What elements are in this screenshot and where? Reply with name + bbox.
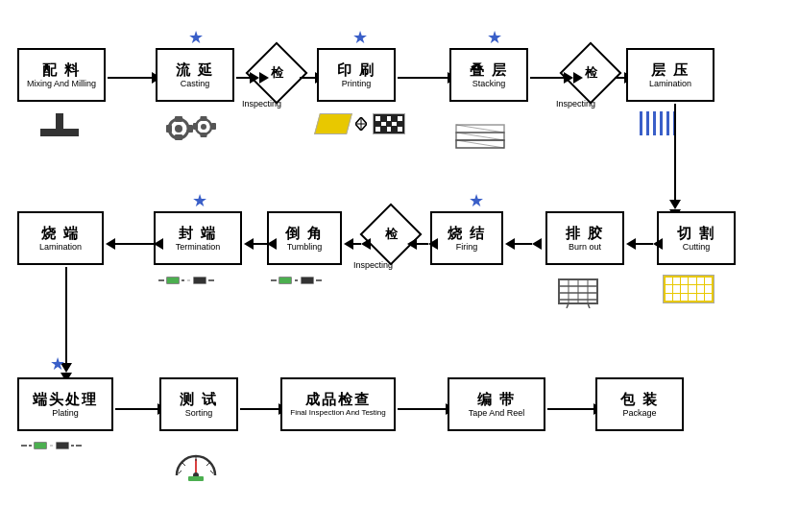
mixing-en: Mixing And Milling [27, 79, 96, 89]
termination-box: 封 端 Termination [154, 211, 242, 265]
final-cn: 成品检查 [305, 391, 371, 408]
package-cn: 包 装 [620, 391, 659, 408]
stacking-en: Stacking [472, 79, 506, 89]
mixing-icon [40, 113, 79, 136]
star-stacking: ★ [487, 27, 502, 48]
svg-rect-11 [211, 123, 216, 130]
lamination2-box: 烧 端 Lamination [17, 211, 104, 265]
svg-rect-4 [166, 125, 172, 133]
mixing-cn: 配 料 [42, 61, 81, 79]
tape-en: Tape And Reel [469, 408, 525, 419]
svg-point-7 [201, 124, 206, 130]
star-printing: ★ [352, 27, 368, 48]
svg-point-1 [175, 125, 182, 133]
burnout-en: Burn out [569, 242, 601, 253]
lamination2-en: Lamination [39, 242, 82, 253]
star-firing: ★ [469, 190, 484, 211]
inspect-label-3: Inspecting [353, 260, 393, 270]
stacking-icon [451, 113, 509, 156]
termination-en: Termination [176, 242, 221, 253]
process-diagram: 配 料 Mixing And Milling 流 延 Casting 检 Ins… [0, 0, 799, 532]
svg-line-33 [182, 463, 185, 466]
termination-cn: 封 端 [179, 225, 217, 242]
casting-box: 流 延 Casting [156, 48, 234, 102]
arrow-termination-lam2 [106, 238, 163, 250]
printing-icon [317, 113, 405, 134]
arrow-inspect3-tumbling [344, 238, 371, 250]
termination-icon [158, 277, 214, 284]
tape-cn: 编 带 [477, 391, 516, 408]
package-box: 包 装 Package [595, 377, 684, 431]
cutting-en: Cutting [683, 242, 711, 253]
svg-line-20 [456, 125, 504, 133]
lamination-en: Lamination [649, 79, 691, 89]
tape-reel-box: 编 带 Tape And Reel [448, 377, 545, 431]
final-en: Final Inspection And Testing [290, 408, 385, 418]
tumbling-cn: 倒 角 [285, 225, 324, 242]
sorting-cn: 测 试 [180, 391, 218, 408]
sorting-box: 测 试 Sorting [159, 377, 238, 431]
svg-line-32 [179, 471, 182, 473]
inspect-label-1: Inspecting [242, 99, 281, 109]
star-plating: ★ [50, 353, 65, 375]
final-inspection-box: 成品检查 Final Inspection And Testing [280, 377, 396, 431]
lamination-box: 层 压 Lamination [626, 48, 714, 102]
svg-line-36 [210, 471, 213, 473]
inspect-diamond-1: 检 [252, 48, 302, 98]
casting-en: Casting [181, 79, 210, 89]
plating-cn: 端头处理 [33, 391, 98, 408]
inspect-label-2: Inspecting [556, 99, 595, 109]
plating-icon [21, 442, 82, 449]
stacking-box: 叠 层 Stacking [449, 48, 528, 102]
arrow-row1-row2 [669, 104, 681, 219]
burnout-icon [549, 275, 607, 312]
svg-line-35 [206, 463, 209, 466]
mixing-box: 配 料 Mixing And Milling [17, 48, 106, 102]
cutting-box: 切 割 Cutting [657, 211, 736, 265]
tumbling-icon [271, 277, 322, 284]
tumbling-box: 倒 角 Tumbling [267, 211, 342, 265]
printing-cn: 印 刷 [337, 61, 375, 79]
firing-box: 烧 结 Firing [430, 211, 503, 265]
lamination-cn: 层 压 [651, 61, 690, 79]
firing-en: Firing [456, 242, 478, 253]
lamination2-cn: 烧 端 [41, 225, 80, 242]
svg-rect-5 [187, 125, 193, 133]
plating-box: 端头处理 Plating [17, 377, 113, 431]
star-casting: ★ [188, 27, 204, 48]
casting-cn: 流 延 [176, 61, 214, 79]
svg-line-18 [456, 140, 504, 148]
svg-line-19 [456, 133, 504, 140]
inspect-diamond-3: 检 [366, 209, 416, 259]
cutting-icon [663, 275, 714, 303]
svg-rect-2 [175, 116, 182, 122]
burnout-cn: 排 胶 [566, 225, 604, 242]
sorting-en: Sorting [185, 408, 213, 419]
printing-box: 印 刷 Printing [317, 48, 396, 102]
stacking-cn: 叠 层 [470, 61, 508, 79]
svg-rect-37 [188, 476, 204, 481]
tumbling-en: Tumbling [287, 242, 323, 253]
inspect-diamond-2: 检 [566, 48, 616, 98]
svg-rect-3 [175, 134, 182, 140]
arrow-cutting-burnout [626, 238, 663, 250]
diamond-text-2: 检 [585, 64, 597, 82]
plating-en: Plating [52, 408, 79, 419]
arrow-tumbling-termination [244, 238, 277, 250]
casting-icon [161, 111, 229, 149]
package-en: Package [622, 408, 656, 419]
printing-en: Printing [342, 79, 372, 89]
firing-cn: 烧 结 [448, 225, 486, 242]
arrow-burnout-firing [505, 238, 542, 250]
diamond-text-3: 检 [385, 226, 398, 243]
cutting-cn: 切 割 [677, 225, 715, 242]
svg-rect-10 [193, 123, 198, 130]
sorting-icon [171, 442, 221, 489]
svg-rect-8 [201, 116, 207, 121]
svg-rect-9 [201, 133, 207, 137]
burnout-box: 排 胶 Burn out [545, 211, 624, 265]
diamond-text-1: 检 [271, 64, 283, 82]
star-termination: ★ [192, 190, 207, 211]
